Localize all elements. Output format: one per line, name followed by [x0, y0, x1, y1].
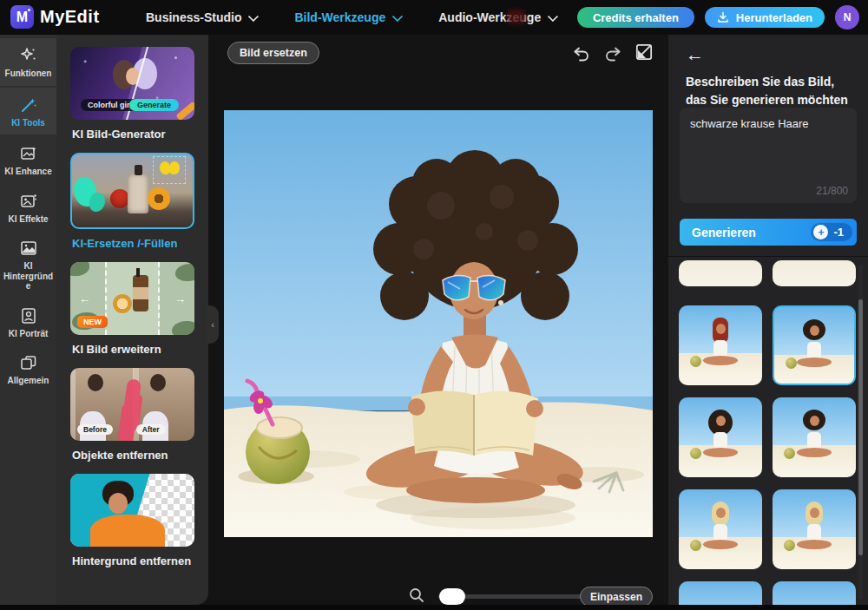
download-icon: [717, 11, 729, 23]
replace-image-chip[interactable]: Bild ersetzen: [227, 42, 319, 64]
portrait-icon: [19, 306, 38, 325]
myedit-app: M MyEdit Business-Studio Bild-Werkzeuge …: [0, 0, 868, 610]
arrow-right-icon: →: [174, 292, 186, 305]
top-nav: M MyEdit Business-Studio Bild-Werkzeuge …: [0, 0, 868, 35]
compare-button[interactable]: [634, 42, 654, 62]
rail-item-funktionen[interactable]: Funktionen: [0, 38, 56, 86]
fit-button[interactable]: Einpassen: [580, 587, 653, 607]
get-credits-button[interactable]: Credits erhalten: [577, 7, 694, 28]
generate-button[interactable]: Generieren + -1: [680, 219, 857, 246]
generated-thumbnail[interactable]: [679, 397, 762, 477]
tool-label: KI Bild-Generator: [70, 128, 194, 141]
generated-thumbnail[interactable]: [679, 489, 762, 569]
menu-audio-werkzeuge[interactable]: Audio-Werkzeuge: [438, 10, 556, 24]
canvas-image-beach-woman[interactable]: [224, 110, 653, 537]
generated-thumbnail[interactable]: [679, 581, 762, 605]
back-button[interactable]: ←: [686, 45, 704, 63]
generated-thumbnail[interactable]: [773, 489, 856, 569]
arrow-left-icon: ←: [79, 292, 90, 305]
magic-wand-icon: [19, 95, 38, 115]
beach-scene: [773, 260, 856, 286]
rail-item-ki-portraet[interactable]: KI Porträt: [0, 298, 56, 346]
beach-scene: [679, 260, 762, 286]
chevron-down-icon: [392, 10, 404, 22]
credit-coin-icon: +: [813, 225, 828, 239]
image-effects-icon: [19, 192, 38, 211]
generate-panel: ← Beschreiben Sie das Bild, das Sie gene…: [668, 35, 868, 610]
beach-scene: [679, 581, 762, 605]
chevron-down-icon: [248, 10, 260, 22]
logo-accent-dot: [28, 9, 30, 11]
tool-label: KI Bild erweitern: [70, 343, 194, 356]
menu-business-studio[interactable]: Business-Studio: [146, 10, 256, 24]
tool-objekte-entfernen[interactable]: Before After Objekte entfernen: [70, 368, 194, 462]
magnifier-icon: [408, 587, 425, 604]
credit-cost-badge: + -1: [811, 223, 852, 241]
download-button[interactable]: Herunterladen: [705, 7, 825, 28]
tool-label: KI-Ersetzen /-Füllen: [70, 237, 194, 250]
category-rail: Funktionen KI Tools KI Enhance: [0, 35, 56, 605]
tools-panel: Colorful girl Generate KI Bild-Generator…: [56, 35, 208, 605]
redo-button[interactable]: [602, 43, 623, 64]
prompt-heading: Beschreiben Sie das Bild, das Sie generi…: [686, 73, 854, 109]
user-avatar[interactable]: N: [835, 5, 859, 30]
butterfly-art: [160, 161, 181, 177]
tool-label: Objekte entfernen: [70, 449, 194, 462]
tool-hintergrund-entfernen[interactable]: Hintergrund entfernen: [70, 474, 194, 567]
beach-scene: [774, 307, 854, 385]
image-background-icon: [19, 239, 38, 258]
scrollbar-thumb[interactable]: [858, 299, 863, 555]
rail-item-ki-tools[interactable]: KI Tools: [0, 88, 56, 135]
generated-thumbnail[interactable]: [679, 305, 762, 385]
beach-scene: [773, 397, 856, 477]
tool-thumbnail: Before After: [70, 368, 194, 441]
rail-item-ki-enhance[interactable]: KI Enhance: [0, 136, 56, 184]
beach-scene: [773, 489, 856, 569]
generated-thumbnail-selected[interactable]: [773, 305, 856, 385]
nav-actions: Credits erhalten Herunterladen N: [577, 0, 859, 35]
tool-ki-bild-generator[interactable]: Colorful girl Generate KI Bild-Generator: [70, 47, 194, 141]
redo-icon: [603, 44, 622, 63]
beach-scene: [679, 305, 762, 385]
generated-thumbnail[interactable]: [773, 260, 856, 286]
prompt-box: schwarze krause Haare 21/800: [680, 108, 857, 203]
chevron-down-icon: [548, 10, 559, 22]
undo-button[interactable]: [571, 43, 592, 64]
tool-thumbnail: [70, 474, 194, 547]
tool-ki-ersetzen-fuellen[interactable]: KI-Ersetzen /-Füllen: [70, 153, 194, 250]
beach-scene: [679, 489, 762, 569]
beach-scene: [773, 581, 856, 605]
zoom-slider-thumb[interactable]: [439, 588, 465, 605]
sparkles-icon: [19, 46, 38, 65]
credit-cost: -1: [833, 226, 844, 239]
tool-thumbnail-selected: [70, 153, 194, 229]
char-counter: 21/800: [816, 185, 848, 197]
myedit-logo-icon[interactable]: M: [10, 5, 34, 29]
before-pill: Before: [77, 424, 113, 435]
tool-thumbnail: Colorful girl Generate: [70, 47, 194, 120]
generated-thumbnail[interactable]: [773, 581, 856, 605]
app-title: MyEdit: [40, 7, 100, 27]
rail-item-allgemein[interactable]: Allgemein: [0, 345, 56, 393]
tool-ki-bild-erweitern[interactable]: ← → NEW KI Bild erweitern: [70, 262, 194, 356]
rail-item-ki-effekte[interactable]: KI Effekte: [0, 184, 56, 232]
layers-icon: [19, 353, 38, 372]
generated-thumbnail[interactable]: [679, 260, 762, 286]
back-arrow-icon: ←: [686, 44, 704, 64]
logo-letter: M: [16, 10, 28, 24]
undo-icon: [572, 44, 591, 63]
beach-scene: [679, 397, 762, 477]
main-menu: Business-Studio Bild-Werkzeuge Audio-Wer…: [146, 0, 556, 35]
bottom-strip: [0, 605, 868, 610]
collapse-chevron-icon: ‹: [211, 319, 214, 330]
generated-thumbnail[interactable]: [773, 397, 856, 477]
generated-results-grid: [679, 260, 856, 605]
rail-item-ki-hintergruende[interactable]: KI Hintergründe: [0, 231, 56, 298]
panel-collapse-handle[interactable]: ‹: [207, 305, 219, 344]
menu-bild-werkzeuge[interactable]: Bild-Werkzeuge: [294, 10, 400, 24]
new-badge: NEW: [77, 316, 108, 328]
tool-thumbnail: ← → NEW: [70, 262, 194, 335]
tool-label: Hintergrund entfernen: [70, 554, 194, 567]
generate-pill: Generate: [129, 99, 179, 111]
after-pill: After: [136, 424, 166, 435]
